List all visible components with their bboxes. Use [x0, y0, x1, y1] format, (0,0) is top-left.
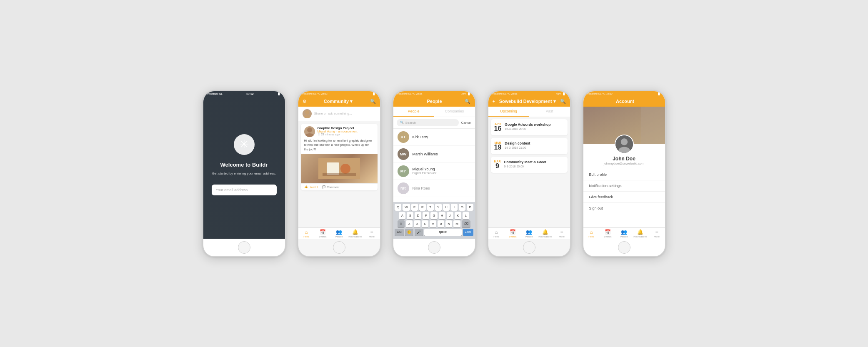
list-item[interactable]: NR Nina Roes — [393, 180, 475, 197]
like-button[interactable]: 👍 Liked 1 — [304, 185, 318, 189]
menu-signout[interactable]: Sign out — [583, 203, 665, 214]
key-space[interactable]: spatie — [424, 229, 462, 236]
nav-feed[interactable]: ⌂Feed — [583, 230, 600, 238]
nav-people[interactable]: 👥People — [521, 230, 537, 238]
menu-edit-profile[interactable]: Edit profile — [583, 169, 665, 180]
tab-upcoming[interactable]: Upcoming — [488, 107, 529, 117]
nav-feed[interactable]: ⌂Feed — [298, 230, 315, 238]
list-item[interactable]: MY Miguel Young Digital Enthusiast! — [393, 163, 475, 180]
key-j[interactable]: J — [447, 212, 453, 219]
key-n[interactable]: N — [445, 220, 452, 227]
phone4-search-icon[interactable]: 🔍 — [560, 99, 566, 104]
list-item[interactable]: KT Kirk Terry — [393, 129, 475, 146]
key-l[interactable]: L — [463, 212, 469, 219]
search-input[interactable]: 🔍 Search — [397, 119, 459, 126]
list-item[interactable]: Apr 16 Google Adwords workshop 16-4-2018… — [491, 119, 568, 135]
key-v[interactable]: V — [430, 220, 436, 227]
person-info-3: Nina Roes — [413, 186, 430, 190]
key-x[interactable]: X — [414, 220, 420, 227]
nav-feed[interactable]: ⌂Feed — [488, 230, 505, 238]
menu-notifications[interactable]: Notification settings — [583, 180, 665, 192]
phone2-home-button[interactable] — [333, 241, 345, 254]
key-w[interactable]: W — [403, 204, 410, 211]
post-time: ⏱ 29 minutes ago — [318, 133, 374, 136]
tab-companies[interactable]: Companies — [434, 107, 475, 117]
nav-events[interactable]: 📅Events — [315, 230, 331, 238]
bell-icon: 🔔 — [352, 230, 358, 235]
event-time-0: 16-4-2018 20:00 — [505, 127, 564, 130]
svg-point-0 — [305, 110, 309, 115]
key-g[interactable]: G — [430, 212, 437, 219]
phone4-home-button[interactable] — [523, 241, 535, 254]
phone3-search-icon[interactable]: 🔍 — [465, 99, 470, 104]
key-m[interactable]: M — [453, 220, 460, 227]
event-date-1: Mar 19 — [494, 141, 502, 151]
list-item[interactable]: Mar 19 Design contest 19-3-2018 21:00 — [491, 138, 568, 154]
key-emoji[interactable]: 😊 — [405, 229, 413, 236]
phone3-home-button[interactable] — [428, 241, 440, 254]
search-icon[interactable]: 🔍 — [370, 99, 376, 104]
key-c[interactable]: C — [422, 220, 428, 227]
phone5-more-icon[interactable]: ⋯ — [656, 99, 661, 104]
nav-more[interactable]: ≡More — [553, 230, 570, 238]
key-b[interactable]: B — [438, 220, 444, 227]
key-t[interactable]: T — [427, 204, 434, 211]
phone4: vodafone NL 4G 22:56 61% ▐▌ + Sowebuild … — [488, 90, 571, 257]
compose-placeholder: Share or ask something... — [314, 112, 352, 115]
person-avatar-2: MY — [398, 165, 409, 177]
nav-more[interactable]: ≡More — [363, 230, 380, 238]
filter-icon[interactable]: ⚙ — [303, 99, 307, 104]
key-delete[interactable]: ⌫ — [462, 220, 470, 227]
tab-people[interactable]: People — [393, 107, 434, 117]
list-item[interactable]: Mar 9 Community Meet & Greet 9-3-2018 20… — [491, 157, 568, 173]
person-info-0: Kirk Terry — [413, 135, 428, 139]
key-q[interactable]: Q — [395, 204, 401, 211]
key-r[interactable]: R — [419, 204, 426, 211]
person-name-3: Nina Roes — [413, 186, 430, 190]
key-d[interactable]: D — [415, 212, 421, 219]
nav-events[interactable]: 📅Events — [505, 230, 521, 238]
cancel-button[interactable]: Cancel — [461, 121, 472, 125]
key-search[interactable]: Zoek — [463, 229, 474, 236]
key-e[interactable]: E — [411, 204, 418, 211]
phone5-home-button[interactable] — [618, 241, 630, 254]
key-s[interactable]: S — [407, 212, 413, 219]
phone4-header-title: Sowebuild Development ▾ — [499, 99, 556, 104]
phone5-header: Account ⋯ — [583, 96, 665, 107]
feed-compose[interactable]: Share or ask something... — [298, 107, 380, 121]
phone1-carrier: vodafone NL — [208, 92, 223, 95]
key-z[interactable]: Z — [406, 220, 413, 227]
phone1-home-button[interactable] — [238, 241, 250, 254]
list-item[interactable]: MW Martin Williams — [393, 146, 475, 163]
nav-people[interactable]: 👥People — [331, 230, 347, 238]
nav-notifications[interactable]: 🔔Notifications — [537, 230, 553, 238]
nav-more[interactable]: ≡More — [648, 230, 665, 238]
key-h[interactable]: H — [439, 212, 445, 219]
post-title: Graphic Design Project — [318, 126, 374, 130]
nav-events[interactable]: 📅Events — [600, 230, 616, 238]
key-f[interactable]: F — [423, 212, 429, 219]
menu-feedback[interactable]: Give feedback — [583, 192, 665, 203]
phone4-header: + Sowebuild Development ▾ 🔍 — [488, 96, 570, 107]
email-input[interactable]: Your email address — [212, 185, 277, 195]
phone4-statusbar: vodafone NL 4G 22:56 61% ▐▌ — [488, 91, 570, 96]
key-y[interactable]: Y — [435, 204, 442, 211]
nav-people[interactable]: 👥People — [616, 230, 632, 238]
key-k[interactable]: K — [455, 212, 461, 219]
key-o[interactable]: O — [459, 204, 465, 211]
feed-content: Graphic Design Project Miguel Young – an… — [298, 121, 380, 227]
key-123[interactable]: 123 — [395, 229, 404, 236]
nav-notifications[interactable]: 🔔Notifications — [632, 230, 648, 238]
nav-notifications[interactable]: 🔔Notifications — [347, 230, 363, 238]
add-icon[interactable]: + — [493, 99, 495, 104]
tab-past[interactable]: Past — [529, 107, 570, 117]
comment-button[interactable]: 💬 Comment — [322, 185, 339, 189]
key-u[interactable]: U — [443, 204, 450, 211]
svg-point-6 — [340, 164, 350, 174]
key-shift[interactable]: ⇧ — [398, 220, 405, 227]
phone2-header-title: Community ▾ — [324, 99, 353, 104]
key-a[interactable]: A — [399, 212, 405, 219]
key-p[interactable]: P — [467, 204, 473, 211]
key-i[interactable]: I — [451, 204, 458, 211]
key-mic[interactable]: 🎤 — [415, 229, 423, 236]
